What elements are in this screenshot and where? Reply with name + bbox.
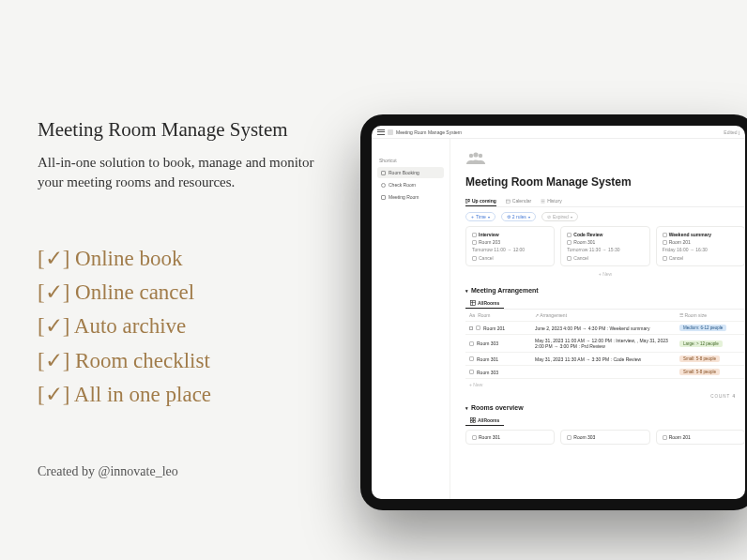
gallery-icon [470, 417, 476, 423]
chevron-down-icon: ▾ [528, 215, 530, 219]
upcoming-cards: Interview Room 203 Tomorrow 11:00 → 12:0… [465, 226, 745, 266]
chevron-down-icon: ▾ [488, 215, 490, 219]
room-card[interactable]: Room 303 [560, 430, 649, 445]
filter-bar: + Time ▾ ⚙ 2 rules ▾ ⊘ Expired ▾ [465, 207, 745, 226]
doc-icon [663, 233, 667, 237]
sidebar-item-label: Room Booking [389, 170, 419, 175]
calendar-icon [506, 199, 511, 204]
marketing-panel: Meeting Room Manage System All-in-one so… [38, 118, 328, 414]
doc-icon [472, 435, 477, 440]
card-title: Code Review [573, 232, 602, 237]
svg-point-0 [469, 154, 473, 158]
table-row[interactable]: Room 201 June 2, 2023 4:00 PM → 4:30 PM … [465, 321, 745, 334]
add-new-button[interactable]: + New [465, 266, 745, 281]
card-time: Tomorrow 11:30 → 15:30 [567, 247, 643, 252]
sidebar-item-room-booking[interactable]: Room Booking [377, 167, 444, 178]
column-header-room[interactable]: Aa Room [465, 310, 531, 321]
svg-rect-10 [471, 301, 476, 306]
card-room: Room 301 [573, 239, 595, 245]
page-subtitle: All-in-one solution to book, manage and … [38, 153, 328, 192]
page-icon [388, 129, 393, 135]
checkbox[interactable] [663, 256, 667, 261]
app-topbar: Meeting Room Manage System Edited j [372, 126, 745, 139]
sidebar-item-label: Meeting Room [389, 194, 419, 200]
svg-rect-5 [506, 200, 510, 204]
card-title: Interview [479, 232, 499, 237]
filter-time[interactable]: + Time ▾ [465, 212, 495, 221]
filter-expired[interactable]: ⊘ Expired ▾ [541, 212, 578, 221]
section-tab-allrooms[interactable]: AllRooms [465, 416, 504, 426]
page-title: Meeting Room Manage System [38, 118, 328, 142]
checkbox[interactable] [567, 256, 572, 261]
tab-calendar[interactable]: Calendar [506, 198, 531, 204]
column-header-arrangement[interactable]: ↗ Arrangement [531, 310, 676, 321]
room-icon [567, 240, 572, 245]
doc-icon [663, 435, 667, 440]
cancel-label: Cancel [669, 255, 684, 261]
doc-icon [472, 233, 477, 237]
tab-label: Up coming [472, 198, 496, 204]
feature-item: [✓] All in one place [38, 380, 328, 410]
feature-list: [✓] Online book [✓] Online cancel [✓] Au… [38, 244, 328, 410]
add-new-row[interactable]: + New [465, 378, 745, 390]
doc-icon [469, 356, 474, 361]
sidebar-item-label: Check Room [389, 182, 416, 188]
doc-icon [567, 435, 572, 440]
svg-point-1 [473, 152, 478, 157]
meeting-card[interactable]: Weekend summary Room 201 Friday 16:00 → … [656, 226, 745, 266]
breadcrumb[interactable]: Meeting Room Manage System [396, 129, 462, 135]
tab-upcoming[interactable]: Up coming [465, 198, 496, 206]
cancel-label: Cancel [479, 255, 494, 261]
room-card[interactable]: Room 301 [465, 430, 555, 445]
svg-rect-14 [474, 418, 476, 420]
sidebar-item-meeting-room[interactable]: Meeting Room [377, 191, 444, 203]
app-screen: Meeting Room Manage System Edited j Shor… [372, 126, 745, 499]
svg-rect-16 [474, 421, 476, 423]
svg-point-2 [479, 154, 482, 158]
section-tab-allrooms[interactable]: AllRooms [465, 298, 504, 309]
triangle-down-icon: ▾ [465, 288, 468, 294]
feature-item: [✓] Online book [38, 244, 328, 274]
arrangement-table: Aa Room ↗ Arrangement ☰ Room size Room 2… [465, 309, 745, 390]
meeting-card[interactable]: Code Review Room 301 Tomorrow 11:30 → 15… [560, 226, 649, 266]
svg-rect-4 [468, 199, 470, 202]
menu-icon[interactable] [377, 129, 385, 135]
tab-label: History [547, 198, 562, 204]
table-row[interactable]: Room 301 May 31, 2023 11:30 AM → 3:30 PM… [465, 352, 745, 365]
card-room: Room 203 [479, 239, 500, 245]
size-badge: Small: 5-8 people [679, 369, 720, 375]
section-heading[interactable]: ▾Meeting Arrangement [465, 287, 745, 294]
main-title: Meeting Room Manage System [465, 175, 745, 189]
chevron-down-icon: ▾ [571, 215, 572, 219]
table-row[interactable]: Room 303 Small: 5-8 people [465, 365, 745, 378]
sidebar: Shortcut Room Booking Check Room Meeting… [372, 139, 450, 499]
feature-item: [✓] Auto archive [38, 311, 328, 341]
section-heading[interactable]: ▾Rooms overview [465, 404, 745, 411]
open-icon [469, 326, 473, 330]
svg-rect-15 [471, 421, 473, 423]
tablet-frame: Meeting Room Manage System Edited j Shor… [360, 114, 747, 510]
card-title: Weekend summary [669, 232, 711, 237]
people-icon [465, 152, 745, 166]
circle-icon [381, 183, 386, 188]
size-badge: Medium: 6-12 people [679, 325, 726, 331]
list-icon [541, 199, 545, 204]
svg-rect-3 [466, 199, 468, 203]
board-icon [465, 199, 470, 204]
sidebar-item-check-room[interactable]: Check Room [377, 179, 444, 190]
room-card[interactable]: Room 201 [656, 430, 745, 445]
row-count: COUNT 4 [465, 390, 745, 399]
column-header-size[interactable]: ☰ Room size [676, 310, 745, 321]
overview-cards: Room 301 Room 303 Room 201 [465, 430, 745, 445]
tab-label: Calendar [512, 198, 531, 204]
meeting-card[interactable]: Interview Room 203 Tomorrow 11:00 → 12:0… [465, 226, 555, 266]
credit-line: Created by @innovate_leo [38, 464, 178, 479]
table-icon [470, 300, 476, 306]
table-row[interactable]: Room 303 May 31, 2023 11:00 AM → 12:00 P… [465, 334, 745, 352]
filter-rules[interactable]: ⚙ 2 rules ▾ [501, 212, 536, 221]
view-tabs: Up coming Calendar History [465, 198, 745, 207]
checkbox[interactable] [472, 256, 477, 261]
tab-history[interactable]: History [541, 198, 562, 204]
room-icon [472, 240, 477, 245]
doc-icon [469, 341, 474, 346]
